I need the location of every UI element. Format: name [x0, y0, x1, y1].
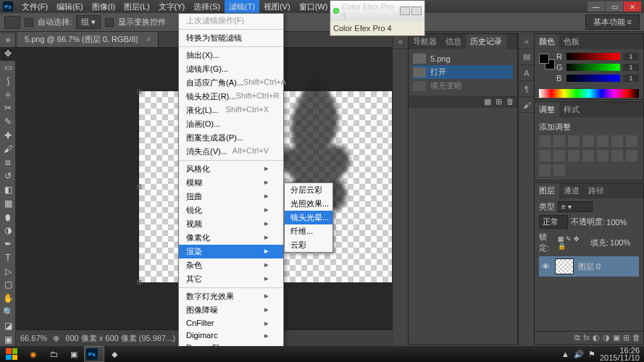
pen-tool[interactable]: ✒	[0, 237, 16, 251]
layers-adjust[interactable]: ◑	[603, 333, 610, 342]
adjustment-preset[interactable]	[626, 150, 637, 161]
adjustment-preset[interactable]	[582, 150, 594, 161]
adjustment-preset[interactable]	[611, 135, 623, 147]
menu-item[interactable]: 自适应广角(A)...Shift+Ctrl+A	[179, 76, 283, 90]
taskbar-app2-icon[interactable]: ◆	[104, 346, 125, 362]
transform-handle[interactable]	[137, 185, 141, 189]
history-tab[interactable]: 信息	[441, 34, 466, 49]
layers-new[interactable]: ⊞	[623, 333, 630, 342]
tray-icon[interactable]: ▲	[561, 350, 569, 358]
shape-tool[interactable]: ▢	[0, 278, 16, 292]
menu-plugin[interactable]: 图像降噪▸	[179, 303, 283, 317]
submenu-item[interactable]: 分层云彩	[285, 183, 333, 197]
transform-handle[interactable]	[137, 89, 141, 93]
blur-tool[interactable]: ⬮	[0, 210, 16, 224]
submenu-item[interactable]: 镜头光晕...	[285, 211, 333, 224]
stamp-tool[interactable]: ⧈	[0, 156, 16, 169]
layer-thumbnail[interactable]	[555, 258, 574, 274]
marquee-tool[interactable]: ▭	[0, 61, 16, 75]
minimize-button[interactable]: —	[587, 1, 605, 12]
zoom-tool[interactable]: 🔍	[0, 306, 16, 319]
taskbar-photoshop-icon[interactable]: Ps	[84, 346, 104, 362]
plugin-titlebar[interactable]: Color Efex Pro 4 – ×	[330, 1, 425, 21]
layers-tab[interactable]: 图层	[535, 183, 559, 198]
menu-group-视频[interactable]: 视频▸	[179, 217, 283, 231]
menu-group-扭曲[interactable]: 扭曲▸	[179, 190, 283, 203]
adjustment-preset[interactable]	[539, 135, 551, 147]
menu-plugin[interactable]: 数字灯光效果▸	[179, 290, 283, 303]
fill-value[interactable]: 100%	[610, 238, 630, 247]
start-button[interactable]	[0, 346, 23, 362]
b-slider[interactable]	[566, 75, 620, 82]
zoom-level[interactable]: 66.67%	[20, 334, 47, 342]
menu-2[interactable]: 图像(I)	[88, 0, 120, 14]
layers-link[interactable]: ⧉	[574, 333, 580, 342]
tray-clock[interactable]: 16:26 2015/11/10	[600, 347, 640, 361]
eraser-tool[interactable]: ◧	[0, 183, 16, 197]
layers-mask[interactable]: ◐	[593, 333, 600, 342]
adjustment-preset[interactable]	[626, 135, 637, 147]
crop-tool[interactable]: ✂	[0, 101, 16, 115]
layers-fx[interactable]: fx	[583, 333, 590, 342]
color-spectrum[interactable]	[539, 89, 639, 98]
expand-tools[interactable]: »	[0, 33, 16, 47]
transform-handle[interactable]	[137, 280, 141, 285]
menu-group-模糊[interactable]: 模糊▸	[179, 176, 283, 190]
adjustment-preset[interactable]	[568, 135, 580, 147]
history-doc-row[interactable]: 5.png	[413, 52, 513, 65]
quickmask-toggle[interactable]: ▣	[0, 332, 16, 346]
dock-para-icon[interactable]: ¶	[519, 81, 535, 97]
type-tool[interactable]: T	[0, 251, 16, 265]
show-transform-checkbox[interactable]	[105, 18, 114, 27]
menu-item[interactable]: 滤镜库(G)...	[179, 62, 283, 76]
healing-tool[interactable]: ✚	[0, 128, 16, 142]
adjustment-preset[interactable]	[553, 150, 565, 161]
move-tool-icon[interactable]	[4, 16, 20, 29]
magic-wand-tool[interactable]: ✧	[0, 88, 16, 101]
tray-icon[interactable]: 🔊	[574, 350, 584, 359]
history-tab[interactable]: 历史记录	[466, 34, 506, 49]
path-select-tool[interactable]: ▷	[0, 264, 16, 278]
taskbar-app-icon[interactable]: ▣	[64, 346, 84, 362]
color-tab[interactable]: 色板	[559, 34, 584, 49]
menu-3[interactable]: 图层(L)	[120, 0, 154, 14]
plugin-window[interactable]: Color Efex Pro 4 – × Color Efex Pro 4	[330, 0, 425, 36]
submenu-item[interactable]: 光照效果...	[285, 197, 333, 211]
layer-visibility-icon[interactable]: 👁	[542, 262, 551, 271]
blend-mode-dropdown[interactable]: 正常	[539, 215, 568, 229]
hand-tool[interactable]: ✋	[0, 292, 16, 306]
plugin-close[interactable]: ×	[411, 7, 422, 15]
plugin-min[interactable]: –	[400, 7, 410, 15]
history-new-doc[interactable]: ⊞	[495, 97, 502, 106]
adjustment-preset[interactable]	[582, 135, 594, 147]
workspace-switcher[interactable]: 基本功能 ≡	[585, 14, 640, 30]
maximize-button[interactable]: ▭	[606, 1, 623, 12]
menu-item[interactable]: 油画(O)...	[179, 117, 283, 131]
color-tab[interactable]: 颜色	[535, 34, 559, 49]
menu-group-杂色[interactable]: 杂色▸	[179, 258, 283, 272]
adjustment-preset[interactable]	[553, 135, 565, 147]
g-slider[interactable]	[566, 64, 620, 71]
adjustment-preset[interactable]	[597, 135, 609, 147]
b-value[interactable]: 1	[623, 75, 639, 82]
menu-convert-smart[interactable]: 转换为智能滤镜	[179, 31, 283, 45]
lasso-tool[interactable]: ⟆	[0, 74, 16, 88]
taskbar-explorer-icon[interactable]: 🗀	[43, 346, 64, 362]
submenu-item[interactable]: 云彩	[285, 238, 333, 252]
taskbar-browser-icon[interactable]: ◉	[23, 346, 43, 362]
menu-6[interactable]: 滤镜(T)	[225, 0, 259, 14]
dodge-tool[interactable]: ◑	[0, 224, 16, 237]
gradient-tool[interactable]: ▦	[0, 196, 16, 210]
adjustment-preset[interactable]	[553, 164, 565, 176]
layers-group[interactable]: ▣	[613, 333, 620, 342]
dock-char-icon[interactable]: A	[519, 65, 535, 81]
menu-group-渲染[interactable]: 渲染▸	[179, 245, 283, 258]
menu-item[interactable]: 图案生成器(P)...	[179, 131, 283, 145]
layer-name[interactable]: 图层 0	[578, 261, 601, 272]
fg-bg-swatch[interactable]: ◪	[0, 319, 16, 332]
eyedropper-tool[interactable]: ✎	[0, 115, 16, 129]
document-tab-close[interactable]: ×	[146, 35, 151, 43]
move-tool[interactable]: ✥	[0, 47, 16, 61]
dock-brush-icon[interactable]: 🖌	[519, 97, 535, 113]
history-brush-tool[interactable]: ↺	[0, 169, 16, 183]
